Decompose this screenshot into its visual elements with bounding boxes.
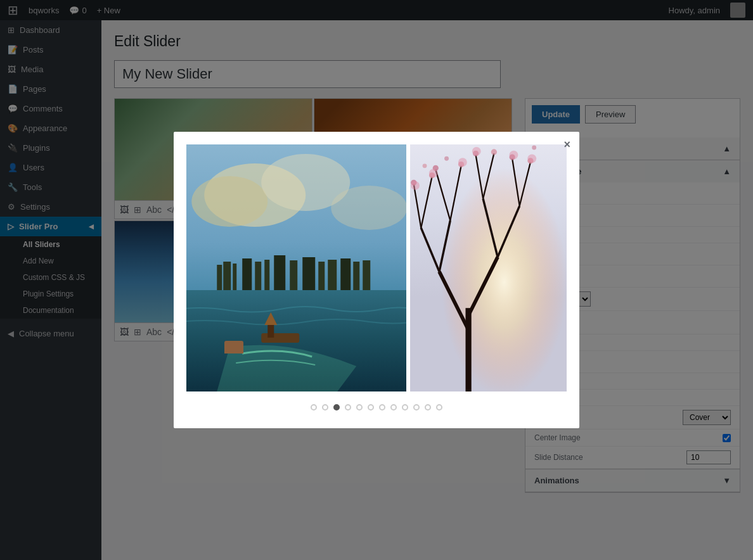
- svg-rect-9: [255, 262, 261, 290]
- modal-dot-9[interactable]: [413, 404, 420, 410]
- svg-rect-11: [274, 255, 285, 290]
- modal-dot-11[interactable]: [436, 404, 442, 410]
- svg-rect-18: [363, 260, 370, 290]
- modal-dot-4[interactable]: [356, 404, 363, 410]
- modal-dot-2[interactable]: [333, 404, 340, 410]
- svg-point-48: [532, 146, 536, 150]
- svg-point-54: [472, 147, 480, 156]
- svg-point-53: [458, 158, 467, 167]
- modal-dots: [186, 399, 567, 416]
- svg-point-52: [428, 169, 437, 177]
- modal-dialog: ×: [174, 132, 579, 428]
- modal-dot-1[interactable]: [322, 404, 328, 410]
- svg-point-49: [422, 163, 427, 168]
- modal-dot-0[interactable]: [311, 404, 317, 410]
- modal-image-right: [410, 144, 567, 391]
- svg-rect-16: [340, 258, 351, 290]
- svg-point-55: [509, 151, 518, 160]
- svg-rect-14: [318, 262, 325, 290]
- modal-images: [186, 144, 567, 391]
- svg-rect-6: [223, 262, 231, 290]
- svg-rect-20: [261, 333, 299, 343]
- modal-dot-5[interactable]: [368, 404, 374, 410]
- svg-rect-24: [410, 144, 567, 391]
- modal-dot-7[interactable]: [390, 404, 397, 410]
- modal-dot-10[interactable]: [425, 404, 431, 410]
- svg-point-56: [527, 154, 536, 163]
- svg-rect-17: [353, 262, 359, 290]
- modal-close-button[interactable]: ×: [563, 138, 570, 151]
- svg-rect-10: [264, 260, 269, 290]
- svg-rect-5: [217, 265, 222, 290]
- modal-image-left: [186, 144, 406, 391]
- modal-dot-8[interactable]: [402, 404, 408, 410]
- svg-point-51: [411, 181, 420, 190]
- svg-rect-13: [302, 257, 315, 290]
- modal-dot-6[interactable]: [379, 404, 385, 410]
- modal-dot-3[interactable]: [345, 404, 351, 410]
- svg-point-50: [444, 156, 449, 161]
- svg-rect-8: [242, 258, 252, 290]
- svg-point-4: [331, 186, 406, 230]
- svg-rect-12: [290, 260, 297, 290]
- svg-rect-21: [267, 325, 274, 338]
- svg-point-2: [191, 176, 267, 227]
- svg-point-45: [491, 149, 496, 155]
- modal-overlay[interactable]: ×: [0, 0, 753, 560]
- svg-rect-15: [328, 260, 337, 290]
- svg-rect-7: [233, 264, 236, 290]
